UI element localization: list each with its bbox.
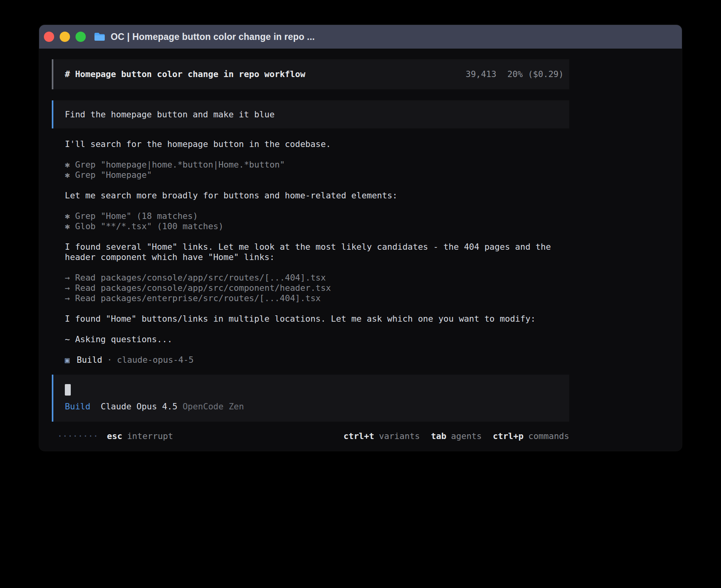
text-cursor [65,384,71,396]
hint-label: commands [528,431,569,441]
window-titlebar[interactable]: OC | Homepage button color change in rep… [39,25,682,49]
hint-label: agents [451,431,482,441]
tool-call-text: Grep "homepage|home.*button|Home.*button… [75,160,285,170]
status-bar: ········ esc interrupt ctrl+t variants t… [52,431,569,441]
transcript: I'll search for the homepage button in t… [52,128,569,365]
tool-call-group: ✱Grep "homepage|home.*button|Home.*butto… [65,160,556,180]
hint-interrupt: esc interrupt [107,431,173,441]
assistant-message: I found "Home" buttons/links in multiple… [65,314,556,324]
model-name[interactable]: Claude Opus 4.5 [101,401,177,411]
assistant-message: I'll search for the homepage button in t… [65,139,556,149]
agent-separator: · [107,355,112,365]
assistant-text: Let me search more broadly for buttons a… [65,190,397,200]
tool-call-text: Read packages/enterprise/src/routes/[...… [75,293,321,303]
tool-call-text: Read packages/console/app/src/component/… [75,283,331,293]
user-message-text: Find the homepage button and make it blu… [65,109,275,119]
tab-key: tab [431,431,446,441]
prompt-input[interactable]: Build Claude Opus 4.5 OpenCode Zen [52,375,569,422]
window-title: OC | Homepage button color change in rep… [111,32,315,42]
tool-call-grep: ✱Grep "homepage|home.*button|Home.*butto… [65,160,556,170]
status-line: ~ Asking questions... [65,334,556,345]
titlebar-center: OC | Homepage button color change in rep… [94,32,315,42]
arrow-right-icon: → [65,283,70,293]
hint-label: variants [379,431,420,441]
traffic-lights [44,32,86,42]
close-button[interactable] [44,32,54,42]
terminal-window: OC | Homepage button color change in rep… [39,25,682,451]
hint-label: interrupt [127,431,173,441]
ctrl-p-key: ctrl+p [493,431,524,441]
session-title: # Homepage button color change in repo w… [65,69,305,79]
assistant-text: I found "Home" buttons/links in multiple… [65,314,536,324]
mode-badge[interactable]: Build [65,401,91,411]
user-message: Find the homepage button and make it blu… [52,100,569,128]
agent-model: claude-opus-4-5 [117,355,194,365]
tool-asterisk-icon: ✱ [65,221,70,232]
tool-call-text: Glob "**/*.tsx" (100 matches) [75,221,223,231]
assistant-message: Let me search more broadly for buttons a… [65,190,556,201]
hint-commands: ctrl+p commands [493,431,569,441]
minimize-button[interactable] [60,32,70,42]
folder-icon [94,32,106,41]
tool-call-group: →Read packages/console/app/src/routes/[.… [65,273,556,303]
tool-call-text: Grep "Home" (18 matches) [75,211,198,221]
assistant-text: I'll search for the homepage button in t… [65,139,331,149]
hint-agents: tab agents [431,431,482,441]
tool-call-group: ✱Grep "Home" (18 matches) ✱Glob "**/*.ts… [65,211,556,232]
input-mode-line: Build Claude Opus 4.5 OpenCode Zen [65,401,558,411]
session-header: # Homepage button color change in repo w… [52,59,569,89]
agent-name: Build [77,355,102,365]
tool-call-text: Read packages/console/app/src/routes/[..… [75,273,326,283]
tool-asterisk-icon: ✱ [65,160,70,170]
tool-call-read: →Read packages/enterprise/src/routes/[..… [65,293,556,303]
spinner-dots: ········ [57,431,98,441]
esc-key: esc [107,431,123,441]
assistant-text: I found several "Home" links. Let me loo… [65,242,551,262]
ctrl-t-key: ctrl+t [344,431,374,441]
tool-call-glob: ✱Glob "**/*.tsx" (100 matches) [65,221,556,232]
tool-call-read: →Read packages/console/app/src/component… [65,283,556,293]
terminal-content: # Homepage button color change in repo w… [39,49,682,441]
assistant-message: I found several "Home" links. Let me loo… [65,242,556,262]
token-count: 39,413 [466,69,496,79]
tool-call-read: →Read packages/console/app/src/routes/[.… [65,273,556,283]
tool-call-grep: ✱Grep "Home" (18 matches) [65,211,556,221]
tool-asterisk-icon: ✱ [65,211,70,221]
status-text: ~ Asking questions... [65,334,172,344]
arrow-right-icon: → [65,273,70,283]
tool-call-grep: ✱Grep "Homepage" [65,170,556,180]
zoom-button[interactable] [75,32,86,42]
provider-name: OpenCode Zen [183,401,244,411]
context-usage: 20% ($0.29) [508,69,564,79]
session-stats: 39,413 20% ($0.29) [466,69,564,79]
agent-status-line: ▣ Build · claude-opus-4-5 [65,355,556,365]
agent-build-icon: ▣ [65,355,70,365]
hint-variants: ctrl+t variants [344,431,420,441]
tool-call-text: Grep "Homepage" [75,170,152,180]
arrow-right-icon: → [65,293,70,303]
tool-asterisk-icon: ✱ [65,170,70,180]
shortcut-hints: ctrl+t variants tab agents ctrl+p comman… [344,431,569,441]
